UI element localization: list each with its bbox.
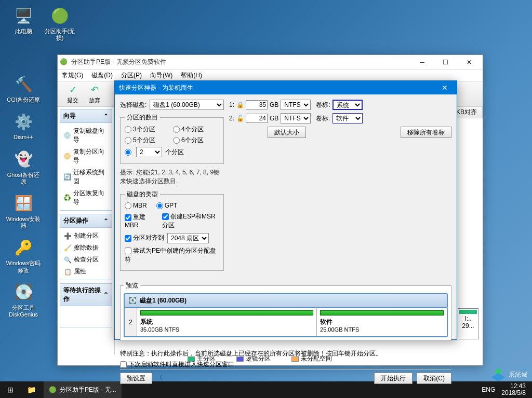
default-size-button[interactable]: 默认大小 (268, 127, 306, 138)
chk-enter-on-startup[interactable]: 下次启动软件时直接进入快速分区窗口 (120, 360, 451, 369)
radio-3-parts[interactable]: 3个分区 (125, 125, 171, 134)
pending-panel: 等待执行的操作⌃ (60, 283, 112, 327)
sidebar-item-label: 分区恢复向导 (73, 189, 109, 207)
desktop-icon-diskgenius[interactable]: 💽分区工具DiskGenius (5, 282, 42, 318)
sidebar-item-label: 属性 (74, 267, 86, 276)
app-icon: 🟢 (49, 386, 57, 393)
sidebar-item-label: 迁移系统到固 (73, 168, 109, 186)
disk-copy-icon: 💿 (63, 131, 71, 140)
preview-partition-2[interactable]: 软件 25.00GB NTFS (317, 308, 447, 336)
select-disk-dropdown[interactable]: 磁盘1 (60.00GB) (150, 100, 224, 110)
collapse-icon: ⌃ (103, 291, 109, 298)
sidebar-item-properties[interactable]: 📋属性 (62, 266, 110, 278)
pending-panel-title[interactable]: 等待执行的操作⌃ (60, 284, 112, 306)
radio-6-parts[interactable]: 6个分区 (173, 136, 219, 145)
desktop-icon-this-pc[interactable]: 🖥️此电脑 (5, 5, 42, 35)
custom-count-select[interactable]: 2 (136, 147, 162, 157)
sidebar-item-create-partition[interactable]: ➕创建分区 (62, 230, 110, 242)
tray-date: 2018/5/8 (501, 390, 526, 396)
partition-count-legend: 分区的数目 (125, 113, 160, 122)
desktop-icon-password[interactable]: 🔑Windows密码修改 (5, 237, 42, 273)
hammer-icon: 🔨 (13, 74, 34, 94)
collapse-icon: ⌃ (103, 113, 109, 120)
disk-map: I:..29... (458, 308, 478, 339)
radio-gpt[interactable]: GPT (156, 202, 178, 209)
partition-number: 1: (229, 101, 234, 108)
radio-label: 5个分区 (133, 136, 155, 144)
minimize-button[interactable]: ─ (410, 56, 434, 69)
chk-pe-drive-letter[interactable]: 尝试为PE中创建的分区分配盘符 (125, 246, 219, 264)
menu-partition[interactable]: 分区(P) (121, 71, 142, 80)
radio-5-parts[interactable]: 5个分区 (125, 136, 171, 145)
menu-general[interactable]: 常规(G) (62, 71, 83, 80)
preview-part-count: 2 (125, 308, 137, 336)
panel-title-text: 等待执行的操作 (63, 286, 103, 304)
partition-size-input[interactable] (246, 114, 268, 123)
preview-partition-1[interactable]: 系统 35.00GB NTFS (137, 308, 317, 336)
radio-mbr[interactable]: MBR (125, 202, 147, 209)
preset-button[interactable]: 预设置 (120, 373, 152, 384)
desktop-icon-label: 分区工具DiskGenius (5, 305, 42, 318)
disk-icon: 💽 (13, 282, 34, 303)
partition-fs-select[interactable]: NTFS (281, 113, 311, 123)
start-button[interactable]: ⊞ (0, 381, 21, 398)
sidebar-item-wipe-data[interactable]: 🧹擦除数据 (62, 242, 110, 254)
cancel-button[interactable]: 取消(C) (417, 373, 451, 384)
desktop-icon-partition-assistant[interactable]: 🟢分区助手(无损) (42, 5, 78, 42)
taskbar-app-partition[interactable]: 🟢分区助手PE版 - 无... (44, 381, 122, 398)
desktop-icon-cgi-backup[interactable]: 🔨CGI备份还原 (5, 74, 42, 103)
dialog-close-button[interactable]: ✕ (437, 84, 453, 92)
desktop-icon-label: Ghost备份还原 (5, 172, 42, 185)
menu-disk[interactable]: 磁盘(D) (91, 71, 113, 80)
tray-clock[interactable]: 12:43 2018/5/8 (501, 383, 526, 396)
mini-disk-label: I:.. (459, 315, 477, 322)
menu-wizard[interactable]: 向导(W) (150, 71, 172, 80)
dialog-titlebar[interactable]: 快速分区神器 - 为装机而生 ✕ (115, 81, 457, 94)
sidebar-item-check-partition[interactable]: 🔍检查分区 (62, 254, 110, 266)
align-select[interactable]: 2048 扇区 (167, 233, 209, 243)
taskbar-explorer[interactable]: 📁 (21, 381, 42, 398)
operations-panel-title[interactable]: 分区操作⌃ (60, 214, 112, 228)
radio-label: GPT (165, 202, 178, 209)
menu-help[interactable]: 帮助(H) (181, 71, 202, 80)
sidebar-item-copy-partition[interactable]: 📀复制分区向导 (62, 146, 110, 167)
operations-panel: 分区操作⌃ ➕创建分区 🧹擦除数据 🔍检查分区 📋属性 (60, 214, 112, 280)
volume-label-select[interactable]: 软件 (332, 113, 363, 123)
chk-align[interactable]: 分区对齐到 (125, 234, 164, 242)
start-button[interactable]: 开始执行 (374, 373, 413, 384)
desktop-icon-ghost[interactable]: 👻Ghost备份还原 (5, 149, 42, 185)
remove-labels-button[interactable]: 移除所有卷标 (401, 127, 451, 138)
desktop-icon-dism[interactable]: ⚙️Dism++ (5, 111, 42, 141)
watermark-text: 系统城 (508, 370, 527, 379)
lock-icon[interactable]: 🔒 (236, 101, 244, 108)
radio-custom-parts[interactable] (125, 149, 131, 156)
disk-type-legend: 磁盘的类型 (125, 190, 160, 199)
discard-button[interactable]: ↶放弃 (84, 82, 105, 106)
checkbox-label: 下次启动软件时直接进入快速分区窗口 (128, 361, 234, 368)
commit-button[interactable]: ✓提交 (62, 82, 84, 106)
toolbar-label: 放弃 (89, 97, 100, 104)
tray-lang[interactable]: ENG (482, 386, 495, 393)
mini-disk-size: 29... (459, 322, 477, 330)
wizard-panel-title[interactable]: 向导⌃ (60, 109, 112, 123)
partition-size-input[interactable] (246, 100, 268, 109)
partition-fs-select[interactable]: NTFS (281, 100, 311, 110)
chk-create-esp[interactable]: 创建ESP和MSR分区 (162, 212, 219, 230)
sidebar-item-recover-partition[interactable]: ♻️分区恢复向导 (62, 187, 110, 208)
close-button[interactable]: ✕ (457, 56, 481, 69)
unlock-icon[interactable]: 🔓 (236, 115, 244, 122)
preview-part-info: 35.00GB NTFS (140, 326, 313, 333)
system-tray: ENG 12:43 2018/5/8 (482, 383, 532, 396)
volume-label-text: 卷标: (316, 114, 330, 123)
mini-disk[interactable]: I:..29... (458, 308, 478, 339)
chk-rebuild-mbr[interactable]: 重建MBR (125, 213, 155, 229)
volume-label-select[interactable]: 系统 (332, 100, 363, 110)
sidebar-item-migrate-os[interactable]: 🔄迁移系统到固 (62, 167, 110, 187)
wizard-panel: 向导⌃ 💿复制磁盘向导 📀复制分区向导 🔄迁移系统到固 ♻️分区恢复向导 (60, 109, 112, 211)
desktop-icon-windows-installer[interactable]: 🪟Windows安装器 (5, 193, 42, 229)
radio-4-parts[interactable]: 4个分区 (173, 125, 219, 134)
titlebar[interactable]: 🟢 分区助手PE版 - 无损分区免费软件 ─ ☐ ✕ (58, 55, 483, 70)
watermark: 系统城 (490, 367, 527, 382)
maximize-button[interactable]: ☐ (434, 56, 457, 69)
sidebar-item-copy-disk[interactable]: 💿复制磁盘向导 (62, 125, 110, 146)
